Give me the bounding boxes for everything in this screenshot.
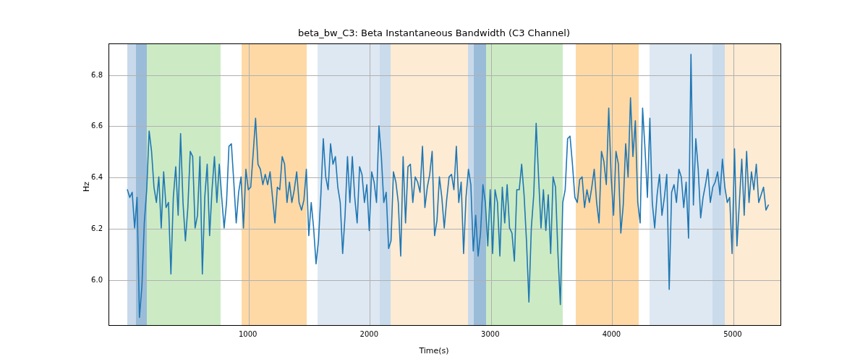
x-axis-label: Time(s) [0, 346, 868, 355]
y-tick-label: 6.8 [74, 70, 103, 78]
y-tick-label: 6.6 [74, 122, 103, 130]
x-tick-label: 1000 [239, 330, 257, 338]
y-tick-label: 6.0 [74, 276, 103, 284]
chart-title: beta_bw_C3: Beta Instantaneous Bandwidth… [0, 28, 868, 38]
data-line [109, 44, 780, 325]
x-tick-label: 3000 [481, 330, 499, 338]
plot-area [109, 43, 781, 326]
figure: beta_bw_C3: Beta Instantaneous Bandwidth… [0, 0, 868, 362]
y-tick-label: 6.4 [74, 173, 103, 181]
x-tick-label: 2000 [360, 330, 378, 338]
x-tick-label: 4000 [603, 330, 621, 338]
x-tick-label: 5000 [723, 330, 741, 338]
y-axis-label: Hz [82, 182, 91, 192]
y-tick-label: 6.2 [74, 224, 103, 232]
